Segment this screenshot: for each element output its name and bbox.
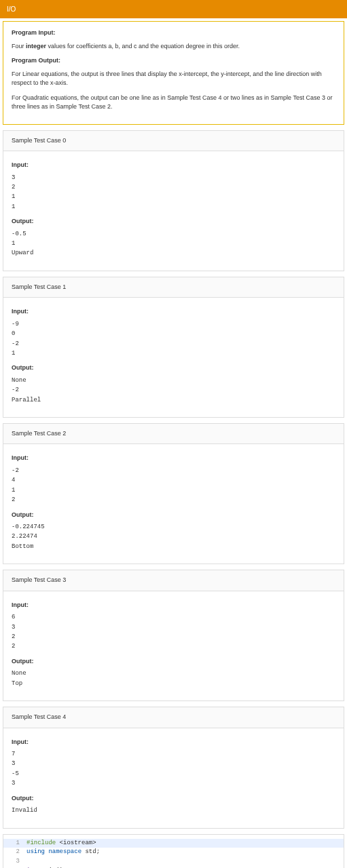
input-label: Input: [12, 307, 335, 317]
code-editor[interactable]: 1#include <iostream>2using namespace std… [3, 834, 344, 869]
sample-title-0[interactable]: Sample Test Case 0 [3, 130, 344, 152]
code-line[interactable]: 1#include <iostream> [3, 839, 344, 848]
p1-bold: integer [26, 43, 46, 50]
sample-body-1: Input:-9 0 -2 1Output:None -2 Parallel [3, 298, 344, 418]
description-box: Program Input: Four integer values for c… [3, 21, 344, 125]
line-number: 3 [7, 857, 20, 867]
io-header: I/O [0, 0, 347, 18]
sample-body-2: Input:-2 4 1 2Output:-0.224745 2.22474 B… [3, 444, 344, 564]
input-value: -2 4 1 2 [12, 466, 335, 505]
output-value: -0.224745 2.22474 Bottom [12, 522, 335, 551]
program-input-text: Four integer values for coefficients a, … [12, 42, 335, 52]
output-label: Output: [12, 657, 335, 667]
code-text: #include <iostream> [26, 839, 96, 848]
input-label: Input: [12, 738, 335, 747]
program-output-heading: Program Output: [12, 56, 335, 66]
p1-post: values for coefficients a, b, and c and … [46, 43, 240, 50]
code-line[interactable]: 3 [3, 857, 344, 867]
sample-title-4[interactable]: Sample Test Case 4 [3, 707, 344, 728]
output-value: None Top [12, 669, 335, 688]
input-value: -9 0 -2 1 [12, 319, 335, 359]
output-label: Output: [12, 363, 335, 373]
sample-title-2[interactable]: Sample Test Case 2 [3, 423, 344, 445]
sample-title-1[interactable]: Sample Test Case 1 [3, 277, 344, 298]
code-text: using namespace std; [26, 848, 100, 857]
input-value: 6 3 2 2 [12, 612, 335, 652]
line-number: 1 [7, 839, 20, 848]
input-label: Input: [12, 601, 335, 610]
program-output-text-1: For Linear equations, the output is thre… [12, 70, 335, 88]
sample-body-4: Input:7 3 -5 3Output:Invalid [3, 728, 344, 829]
output-value: Invalid [12, 806, 335, 815]
program-output-text-2: For Quadratic equations, the output can … [12, 94, 335, 112]
output-label: Output: [12, 794, 335, 804]
p1-pre: Four [12, 43, 26, 50]
output-value: None -2 Parallel [12, 376, 335, 405]
program-input-heading: Program Input: [12, 28, 335, 38]
input-value: 7 3 -5 3 [12, 749, 335, 789]
output-value: -0.5 1 Upward [12, 229, 335, 258]
output-label: Output: [12, 217, 335, 226]
io-title: I/O [7, 5, 16, 13]
output-label: Output: [12, 511, 335, 520]
line-number: 2 [7, 848, 20, 857]
sample-body-3: Input:6 3 2 2Output:None Top [3, 591, 344, 701]
input-label: Input: [12, 161, 335, 170]
input-value: 3 2 1 1 [12, 173, 335, 212]
sample-body-0: Input:3 2 1 1Output:-0.5 1 Upward [3, 151, 344, 271]
code-line[interactable]: 2using namespace std; [3, 848, 344, 857]
input-label: Input: [12, 454, 335, 463]
sample-title-3[interactable]: Sample Test Case 3 [3, 570, 344, 591]
